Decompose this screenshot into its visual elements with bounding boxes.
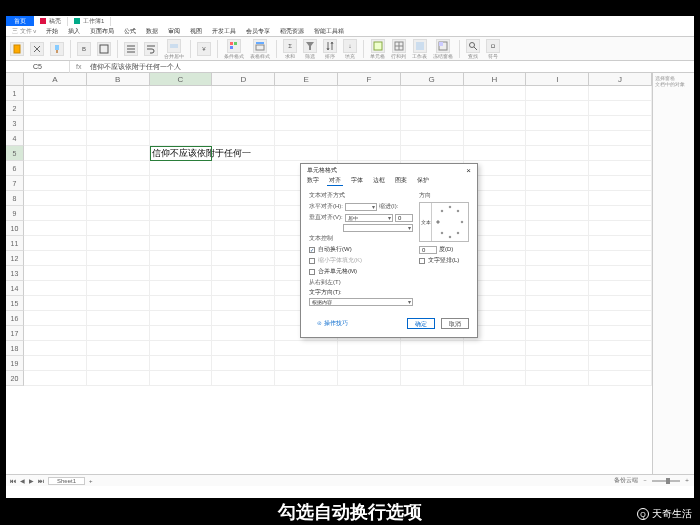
cell[interactable] (526, 281, 589, 296)
row-header[interactable]: 9 (6, 206, 24, 221)
cell[interactable] (464, 116, 527, 131)
cell[interactable] (589, 281, 652, 296)
cell[interactable] (526, 101, 589, 116)
symbol-icon[interactable]: Ω (486, 39, 500, 53)
add-sheet-button[interactable]: + (89, 478, 93, 484)
cell[interactable] (275, 356, 338, 371)
cell[interactable] (24, 191, 87, 206)
cell[interactable] (87, 131, 150, 146)
cell[interactable] (150, 341, 213, 356)
cell[interactable] (150, 266, 213, 281)
cell[interactable] (526, 191, 589, 206)
cell[interactable] (150, 236, 213, 251)
cell[interactable] (212, 311, 275, 326)
cell[interactable] (24, 176, 87, 191)
column-header[interactable]: C (150, 73, 213, 86)
cell[interactable] (87, 101, 150, 116)
cell[interactable] (87, 266, 150, 281)
sheet-nav-next[interactable]: ▶ (29, 477, 34, 484)
cut-icon[interactable] (30, 42, 44, 56)
cell[interactable] (212, 146, 275, 161)
menu-resources[interactable]: 稻壳资源 (280, 27, 304, 36)
row-header[interactable]: 10 (6, 221, 24, 236)
cell[interactable] (526, 251, 589, 266)
cell[interactable] (401, 371, 464, 386)
cell[interactable] (212, 116, 275, 131)
cell[interactable] (275, 86, 338, 101)
cell[interactable] (464, 371, 527, 386)
cell[interactable] (150, 131, 213, 146)
cell[interactable] (526, 371, 589, 386)
cell[interactable] (338, 341, 401, 356)
align-icon[interactable] (124, 42, 138, 56)
cell[interactable] (589, 191, 652, 206)
cell[interactable] (338, 101, 401, 116)
cell[interactable] (589, 236, 652, 251)
menu-layout[interactable]: 页面布局 (90, 27, 114, 36)
menu-review[interactable]: 审阅 (168, 27, 180, 36)
cell[interactable] (212, 281, 275, 296)
format-painter-icon[interactable] (50, 42, 64, 56)
sort-icon[interactable] (323, 39, 337, 53)
column-header[interactable]: G (401, 73, 464, 86)
row-header[interactable]: 5 (6, 146, 24, 161)
cell[interactable] (212, 101, 275, 116)
cell[interactable] (464, 131, 527, 146)
cell[interactable] (275, 371, 338, 386)
cell[interactable] (150, 101, 213, 116)
cell[interactable] (212, 221, 275, 236)
select-all-corner[interactable] (6, 73, 24, 86)
cell[interactable] (589, 341, 652, 356)
filter-icon[interactable] (303, 39, 317, 53)
cell[interactable] (87, 326, 150, 341)
row-header[interactable]: 11 (6, 236, 24, 251)
merge-cells-icon[interactable] (167, 39, 181, 53)
sheet-tab[interactable]: Sheet1 (48, 477, 85, 485)
checkbox-shrink-fit[interactable]: 缩小字体填充(K) (309, 256, 413, 265)
cell[interactable] (212, 251, 275, 266)
cell[interactable] (275, 341, 338, 356)
operation-tips-link[interactable]: ⊙ 操作技巧 (309, 320, 348, 327)
formula-content[interactable]: 信仰不应该依附于任何一个人 (87, 62, 694, 72)
cell[interactable] (401, 356, 464, 371)
column-header[interactable]: F (338, 73, 401, 86)
row-header[interactable]: 7 (6, 176, 24, 191)
row-header[interactable]: 15 (6, 296, 24, 311)
cell[interactable] (150, 221, 213, 236)
row-header[interactable]: 14 (6, 281, 24, 296)
tab-fill[interactable]: 图案 (393, 176, 409, 186)
cell[interactable] (87, 86, 150, 101)
column-header[interactable]: J (589, 73, 652, 86)
cell[interactable] (589, 116, 652, 131)
cell[interactable] (589, 101, 652, 116)
cell[interactable] (589, 326, 652, 341)
cell[interactable] (589, 221, 652, 236)
menu-member[interactable]: 会员专享 (246, 27, 270, 36)
cell[interactable] (275, 146, 338, 161)
checkbox-wrap-text[interactable]: ✓ 自动换行(W) (309, 245, 413, 254)
cell[interactable] (464, 341, 527, 356)
tab-protect[interactable]: 保护 (415, 176, 431, 186)
cell[interactable] (212, 131, 275, 146)
ok-button[interactable]: 确定 (407, 318, 435, 329)
cell[interactable] (589, 371, 652, 386)
cell[interactable] (87, 251, 150, 266)
cell[interactable] (212, 326, 275, 341)
degree-spinner[interactable]: 0 (419, 246, 437, 254)
column-header[interactable]: B (87, 73, 150, 86)
paste-icon[interactable] (10, 42, 24, 56)
cell[interactable] (212, 161, 275, 176)
cell[interactable] (401, 146, 464, 161)
cell[interactable] (24, 161, 87, 176)
row-header[interactable]: 17 (6, 326, 24, 341)
row-header[interactable]: 20 (6, 371, 24, 386)
cell[interactable] (87, 281, 150, 296)
cell[interactable] (401, 116, 464, 131)
cell[interactable] (150, 356, 213, 371)
cell[interactable] (24, 131, 87, 146)
row-header[interactable]: 19 (6, 356, 24, 371)
cell[interactable] (212, 371, 275, 386)
cell[interactable] (589, 266, 652, 281)
cell[interactable] (526, 206, 589, 221)
cell[interactable] (338, 146, 401, 161)
